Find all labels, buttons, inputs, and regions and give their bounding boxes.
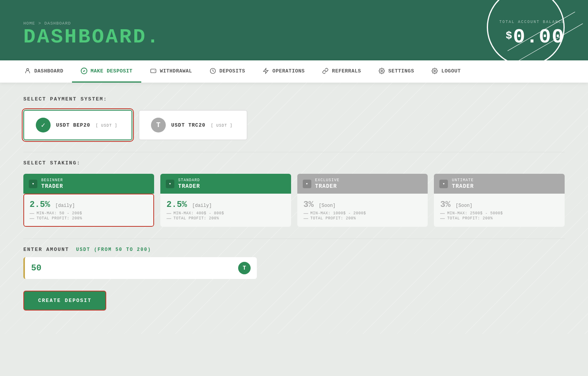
sidebar-item-operations[interactable]: Operations: [254, 60, 313, 83]
svg-marker-4: [263, 68, 268, 73]
page-title: DASHBOARD.: [23, 26, 160, 53]
wallet-icon: [150, 67, 157, 74]
link-icon: [322, 67, 329, 74]
chevron-down-icon: ▾: [166, 180, 174, 188]
staking-section-title: SELECT STAKING:: [23, 160, 565, 166]
sidebar-item-deposits[interactable]: Deposits: [201, 60, 254, 83]
breadcrumb: HOME > DASHBOARD: [23, 16, 160, 26]
header: HOME > DASHBOARD DASHBOARD. TOTAL ACCOUN…: [0, 0, 588, 60]
bolt-icon: [262, 67, 269, 74]
staking-card-tier-label: BEGINNER TRADER: [41, 178, 63, 190]
section-divider-2: [23, 238, 565, 239]
svg-point-5: [381, 70, 383, 72]
payment-card-label: USDT BEP20 [ USDT ]: [56, 122, 118, 129]
sidebar-item-dashboard[interactable]: Dashboard: [16, 60, 72, 83]
sidebar-item-make-deposit[interactable]: Make Desposit: [72, 60, 141, 83]
usdt-trc20-icon: T: [151, 118, 166, 132]
staking-profit: TOTAL PROFIT: 200%: [30, 216, 148, 221]
staking-body-ultimate: 3% [Soon] MIN-MAX: 2500$ - 5000$ TOTAL P…: [434, 194, 565, 227]
staking-minmax: MIN-MAX: 400$ - 800$: [167, 211, 285, 215]
staking-card-tier-label: STANDARD TRADER: [178, 178, 200, 190]
staking-profit: TOTAL PROFIT: 200%: [304, 216, 422, 221]
staking-rate: 2.5% [daily]: [30, 200, 148, 210]
payment-option-usdt-trc20[interactable]: T USDT TRC20 [ USDT ]: [139, 110, 247, 140]
navbar: Dashboard Make Desposit Withdrawal Depos…: [0, 60, 588, 83]
payment-option-usdt-bep20[interactable]: ✓ USDT BEP20 [ USDT ]: [23, 110, 132, 140]
nav-label: Deposits: [219, 68, 245, 74]
amount-input-wrapper: T: [23, 257, 257, 279]
staking-option-ultimate[interactable]: ▾ UNTIMATE TRADER 3% [Soon] MIN-MAX: 250…: [434, 174, 565, 227]
nav-label: Make Desposit: [91, 68, 133, 74]
staking-body-standard: 2.5% [daily] MIN-MAX: 400$ - 800$ TOTAL …: [160, 194, 291, 227]
nav-label: Settings: [388, 68, 414, 74]
staking-header-exclusive: ▾ EXCLUSIVE TRADER: [297, 174, 428, 194]
staking-option-standard[interactable]: ▾ STANDARD TRADER 2.5% [daily] MIN-MAX: …: [160, 174, 291, 227]
nav-label: Dashboard: [34, 68, 63, 74]
nav-label: Logout: [441, 68, 461, 74]
logout-icon: [431, 67, 438, 74]
staking-minmax: MIN-MAX: 1000$ - 2000$: [304, 211, 422, 215]
history-icon: [209, 67, 216, 74]
staking-card-tier-label: UNTIMATE TRADER: [452, 178, 474, 190]
staking-header-beginner: ▾ BEGINNER TRADER: [23, 174, 154, 194]
payment-section-title: SELECT PAYMENT SYSTEM:: [23, 96, 565, 102]
staking-rate: 2.5% [daily]: [167, 200, 285, 210]
usdt-coin-icon: T: [238, 262, 251, 274]
staking-section: SELECT STAKING: ▾ BEGINNER TRADER 2.5% […: [23, 160, 565, 227]
create-deposit-button[interactable]: CREATE DEPOSIT: [23, 291, 106, 311]
svg-rect-2: [151, 69, 156, 72]
payment-card-label: USDT TRC20 [ USDT ]: [171, 122, 233, 129]
chevron-down-icon: ▾: [439, 180, 448, 188]
chevron-down-icon: ▾: [29, 180, 37, 188]
staking-minmax: MIN-MAX: 2500$ - 5000$: [440, 211, 558, 215]
sidebar-item-referrals[interactable]: Referrals: [313, 60, 370, 83]
sidebar-item-settings[interactable]: Settings: [370, 60, 423, 83]
staking-body-beginner: 2.5% [daily] MIN-MAX: 50 - 200$ TOTAL PR…: [23, 194, 154, 227]
staking-rate: 3% [Soon]: [304, 200, 422, 210]
circle-check-icon: [81, 67, 88, 74]
staking-option-beginner[interactable]: ▾ BEGINNER TRADER 2.5% [daily] MIN-MAX: …: [23, 174, 154, 227]
staking-body-exclusive: 3% [Soon] MIN-MAX: 1000$ - 2000$ TOTAL P…: [297, 194, 428, 227]
person-icon: [24, 67, 31, 74]
amount-section: ENTER AMOUNT USDT (FROM 50 TO 200) T: [23, 247, 565, 279]
payment-section: SELECT PAYMENT SYSTEM: ✓ USDT BEP20 [ US…: [23, 96, 565, 140]
section-divider-1: [23, 152, 565, 152]
payment-options-list: ✓ USDT BEP20 [ USDT ] T USDT TRC20 [ USD…: [23, 110, 565, 140]
staking-profit: TOTAL PROFIT: 200%: [440, 216, 558, 221]
staking-rate: 3% [Soon]: [440, 200, 558, 210]
staking-options-list: ▾ BEGINNER TRADER 2.5% [daily] MIN-MAX: …: [23, 174, 565, 227]
sidebar-item-withdrawal[interactable]: Withdrawal: [141, 60, 201, 83]
staking-minmax: MIN-MAX: 50 - 200$: [30, 211, 148, 215]
chevron-down-icon: ▾: [303, 180, 311, 188]
usdt-bep20-icon: ✓: [36, 118, 51, 132]
header-decor-circle: [487, 0, 565, 60]
svg-point-6: [434, 70, 435, 72]
main-content: SELECT PAYMENT SYSTEM: ✓ USDT BEP20 [ US…: [0, 83, 588, 334]
nav-menu: Dashboard Make Desposit Withdrawal Depos…: [0, 60, 588, 83]
staking-card-tier-label: EXCLUSIVE TRADER: [315, 178, 340, 190]
sidebar-item-logout[interactable]: Logout: [423, 60, 469, 83]
staking-header-standard: ▾ STANDARD TRADER: [160, 174, 291, 194]
amount-input[interactable]: [31, 263, 238, 273]
staking-header-ultimate: ▾ UNTIMATE TRADER: [434, 174, 565, 194]
staking-profit: TOTAL PROFIT: 200%: [167, 216, 285, 221]
nav-label: Referrals: [332, 68, 361, 74]
staking-option-exclusive[interactable]: ▾ EXCLUSIVE TRADER 3% [Soon] MIN-MAX: 10…: [297, 174, 428, 227]
nav-label: Withdrawal: [160, 68, 192, 74]
nav-label: Operations: [272, 68, 305, 74]
gear-icon: [378, 67, 385, 74]
svg-point-0: [26, 69, 28, 71]
amount-label: ENTER AMOUNT USDT (FROM 50 TO 200): [23, 247, 565, 252]
